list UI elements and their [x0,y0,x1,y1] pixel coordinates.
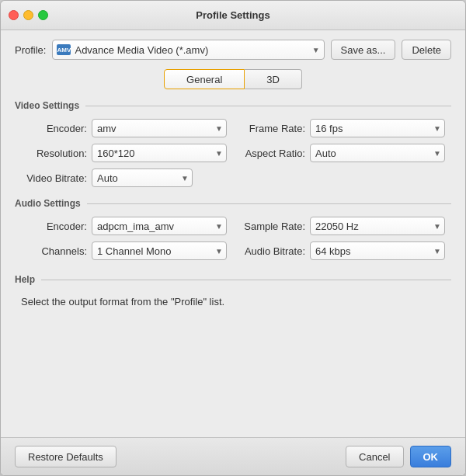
tabs-row: General 3D [15,69,451,89]
encoder-field-row: Encoder: amv ▼ [21,119,227,137]
help-section: Help Select the output format from the "… [15,274,451,307]
encoder-dropdown[interactable]: amv [92,119,227,137]
audio-bitrate-label: Audio Bitrate: [239,245,305,257]
audio-bitrate-field-row: Audio Bitrate: 64 kbps ▼ [239,241,445,260]
audio-bitrate-dropdown[interactable]: 64 kbps [310,241,445,260]
titlebar-buttons [9,10,48,20]
tab-general[interactable]: General [164,69,245,89]
aspect-ratio-dropdown[interactable]: Auto [310,144,445,162]
audio-settings-section: Audio Settings Encoder: adpcm_ima_amv ▼ … [15,198,451,260]
footer-right-buttons: Cancel OK [346,446,451,467]
aspect-ratio-label: Aspect Ratio: [239,148,305,159]
save-as-button[interactable]: Save as... [331,40,396,60]
cancel-button[interactable]: Cancel [346,446,403,467]
frame-rate-dropdown[interactable]: 16 fps [310,119,445,137]
help-header: Help [15,274,451,285]
audio-settings-title: Audio Settings [15,198,81,209]
audio-encoder-dropdown[interactable]: adpcm_ima_amv [92,217,227,235]
audio-bitrate-select-wrapper: 64 kbps ▼ [310,241,445,260]
sample-rate-select-wrapper: 22050 Hz ▼ [310,217,445,235]
sample-rate-label: Sample Rate: [239,221,305,232]
audio-settings-header: Audio Settings [15,198,451,209]
sample-rate-dropdown[interactable]: 22050 Hz [310,217,445,235]
tab-3d[interactable]: 3D [245,69,302,89]
aspect-ratio-field-row: Aspect Ratio: Auto ▼ [239,144,445,162]
resolution-label: Resolution: [21,148,87,159]
help-title: Help [15,274,35,285]
frame-rate-select-wrapper: 16 fps ▼ [310,119,445,137]
video-bitrate-select-wrapper: Auto ▼ [92,169,193,187]
profile-label: Profile: [15,44,46,56]
video-settings-title: Video Settings [15,100,79,111]
channels-dropdown[interactable]: 1 Channel Mono [92,241,227,260]
video-fields-grid: Encoder: amv ▼ Frame Rate: 16 fps ▼ [15,119,451,162]
audio-encoder-select-wrapper: adpcm_ima_amv ▼ [92,217,227,235]
window-title: Profile Settings [196,9,270,21]
video-bitrate-row: Video Bitrate: Auto ▼ [15,169,451,187]
close-button[interactable] [9,10,19,20]
encoder-select-wrapper: amv ▼ [92,119,227,137]
profile-settings-window: Profile Settings Profile: AMV Advance Me… [0,0,466,476]
aspect-ratio-select-wrapper: Auto ▼ [310,144,445,162]
profile-dropdown[interactable]: Advance Media Video (*.amv) [52,40,324,60]
video-bitrate-dropdown[interactable]: Auto [92,169,193,187]
profile-select-wrapper: AMV Advance Media Video (*.amv) ▼ [52,40,324,60]
help-line [41,280,451,280]
minimize-button[interactable] [23,10,33,20]
frame-rate-label: Frame Rate: [239,123,305,134]
channels-field-row: Channels: 1 Channel Mono ▼ [21,241,227,260]
resolution-select-wrapper: 160*120 ▼ [92,144,227,162]
audio-encoder-label: Encoder: [21,221,87,232]
resolution-dropdown[interactable]: 160*120 [92,144,227,162]
video-settings-line [85,106,451,106]
encoder-label: Encoder: [21,123,87,134]
titlebar: Profile Settings [1,1,465,30]
footer: Restore Defaults Cancel OK [1,437,465,475]
delete-button[interactable]: Delete [402,40,451,60]
audio-fields-grid: Encoder: adpcm_ima_amv ▼ Sample Rate: 22… [15,217,451,260]
audio-encoder-field-row: Encoder: adpcm_ima_amv ▼ [21,217,227,235]
video-settings-section: Video Settings Encoder: amv ▼ Frame Rate… [15,100,451,187]
frame-rate-field-row: Frame Rate: 16 fps ▼ [239,119,445,137]
video-settings-header: Video Settings [15,100,451,111]
main-content: Profile: AMV Advance Media Video (*.amv)… [1,30,465,437]
restore-defaults-button[interactable]: Restore Defaults [15,446,116,467]
sample-rate-field-row: Sample Rate: 22050 Hz ▼ [239,217,445,235]
resolution-field-row: Resolution: 160*120 ▼ [21,144,227,162]
profile-row: Profile: AMV Advance Media Video (*.amv)… [15,40,451,60]
ok-button[interactable]: OK [410,446,452,467]
channels-select-wrapper: 1 Channel Mono ▼ [92,241,227,260]
maximize-button[interactable] [38,10,48,20]
channels-label: Channels: [21,245,87,257]
audio-settings-line [87,203,451,204]
video-bitrate-label: Video Bitrate: [21,172,87,184]
help-text: Select the output format from the "Profi… [15,293,451,307]
amv-icon: AMV [57,44,71,55]
